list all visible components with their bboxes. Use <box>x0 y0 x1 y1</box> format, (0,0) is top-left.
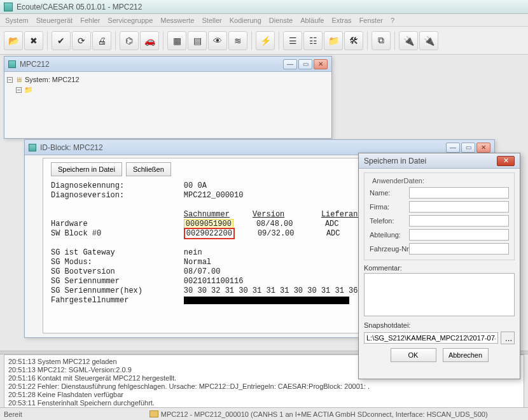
vin-redacted <box>184 297 349 304</box>
kommentar-section: Kommentar: <box>364 264 515 318</box>
folder-open-icon[interactable]: 📁 <box>324 31 343 50</box>
log-line: 20:51:28 Keine Flashdaten verfügbar <box>8 391 520 399</box>
grid1-icon[interactable]: ▦ <box>167 31 186 50</box>
flash-icon[interactable]: ⚡ <box>256 31 275 50</box>
user-data-group: AnwenderDaten: Name: Firma: Telefon: Abt… <box>364 172 515 260</box>
textarea-kommentar[interactable] <box>364 273 515 316</box>
log-line: 20:51:22 Fehler: Dienstausführung fehlge… <box>8 382 520 391</box>
network-icon[interactable]: ⧉ <box>372 31 391 50</box>
save-to-file-button[interactable]: Speichern in Datei <box>51 162 122 176</box>
group-legend: AnwenderDaten: <box>370 177 427 185</box>
menu-messwerte[interactable]: Messwerte <box>160 17 194 24</box>
tree-child[interactable]: − 📁 <box>16 85 329 95</box>
input-snapshot-path[interactable] <box>364 332 498 344</box>
input-fahrzeug[interactable] <box>409 243 509 255</box>
grid2-icon[interactable]: ▤ <box>188 31 207 50</box>
minimize-button[interactable]: — <box>446 143 460 153</box>
menubar: SystemSteuergerätFehlerServicegruppeMess… <box>0 14 528 27</box>
tree-root[interactable]: − 🖥 System: MPC212 <box>7 74 329 85</box>
maximize-button[interactable]: ▭ <box>298 59 312 69</box>
disconnect-icon[interactable]: ✖ <box>24 31 43 50</box>
folder-icon <box>149 410 158 417</box>
window-mpc212: MPC212 — ▭ ✕ − 🖥 System: MPC212 − 📁 <box>4 56 332 139</box>
ecu-tree[interactable]: − 🖥 System: MPC212 − 📁 <box>4 72 331 97</box>
toolbar-separator <box>115 31 116 50</box>
ok-button[interactable]: OK <box>391 348 436 362</box>
status-left: Bereit <box>4 410 22 418</box>
close-button[interactable]: ✕ <box>476 143 490 153</box>
tools-icon[interactable]: 🛠 <box>344 31 363 50</box>
plug-in-icon[interactable]: 🔌 <box>399 31 418 50</box>
label-kommentar: Kommentar: <box>364 264 515 272</box>
close-button[interactable]: ✕ <box>314 59 328 69</box>
plug-out-icon[interactable]: 🔌 <box>419 31 438 50</box>
collapse-icon[interactable]: − <box>16 87 22 93</box>
window-idblock-title: ID-Block: MPC212 <box>40 143 103 152</box>
label-snapshot: Snapshotdatei: <box>364 321 515 329</box>
dialog-titlebar[interactable]: Speichern in Datei ✕ <box>359 153 520 169</box>
menu-?[interactable]: ? <box>391 17 394 24</box>
print-icon[interactable]: 🖨 <box>92 31 111 50</box>
open-icon[interactable]: 📂 <box>4 31 23 50</box>
close-inner-button[interactable]: Schließen <box>126 162 171 176</box>
dialog-close-button[interactable]: ✕ <box>497 156 515 166</box>
dialog-save-to-file: Speichern in Datei ✕ AnwenderDaten: Name… <box>358 153 520 379</box>
toolbar-separator <box>279 31 279 50</box>
menu-dienste[interactable]: Dienste <box>269 17 293 24</box>
toolbar: 📂✖✔⟳🖨⌬🚗▦▤👁≋⚡☰☷📁🛠⧉🔌🔌 <box>0 27 528 55</box>
vediamo-icon <box>29 144 36 151</box>
label-name: Name: <box>370 189 409 197</box>
browse-button[interactable]: ... <box>501 332 515 344</box>
app-titlebar: Ecoute/CAESAR 05.01.01 - MPC212 <box>0 0 528 14</box>
maximize-button[interactable]: ▭ <box>461 143 475 153</box>
status-bar: Bereit MPC212 - MPC212_000010 (CANHS 1 a… <box>0 407 528 420</box>
collapse-icon[interactable]: − <box>7 77 13 83</box>
log-line: 20:53:11 Fensterinhalt Speichern durchge… <box>8 399 520 407</box>
list2-icon[interactable]: ☷ <box>303 31 323 50</box>
dialog-title: Speichern in Datei <box>364 157 426 165</box>
input-name[interactable] <box>409 187 509 199</box>
menu-abläufe[interactable]: Abläufe <box>300 17 324 24</box>
window-mpc212-title: MPC212 <box>20 60 50 69</box>
menu-system[interactable]: System <box>5 17 29 24</box>
refresh-icon[interactable]: ✔ <box>52 31 71 50</box>
label-fahrzeug: Fahrzeug-Nr <box>370 245 409 253</box>
window-mpc212-titlebar[interactable]: MPC212 — ▭ ✕ <box>4 57 331 72</box>
app-title: Ecoute/CAESAR 05.01.01 - MPC212 <box>17 3 142 11</box>
menu-kodierung[interactable]: Kodierung <box>230 17 261 24</box>
toolbar-separator <box>251 31 252 50</box>
cancel-button[interactable]: Abbrechen <box>443 348 489 362</box>
list1-icon[interactable]: ☰ <box>283 31 302 50</box>
car-icon[interactable]: 🚗 <box>140 31 159 50</box>
folder-icon: 📁 <box>24 86 33 94</box>
folder-icon: 🖥 <box>15 76 22 83</box>
toolbar-separator <box>47 31 48 50</box>
menu-steuergerät[interactable]: Steuergerät <box>36 17 73 24</box>
menu-fenster[interactable]: Fenster <box>359 17 383 24</box>
ecu-icon[interactable]: ⌬ <box>120 31 139 50</box>
label-abteilung: Abteilung: <box>370 231 409 239</box>
sw-sachnummer: 0029022200 <box>184 228 235 239</box>
vediamo-icon <box>8 60 16 68</box>
toolbar-separator <box>394 31 395 50</box>
signal-icon[interactable]: ≋ <box>228 31 247 50</box>
input-abteilung[interactable] <box>409 229 509 241</box>
status-center: MPC212 - MPC212_000010 (CANHS 1 an I+ME … <box>161 410 488 418</box>
eye-icon[interactable]: 👁 <box>208 31 227 50</box>
menu-extras[interactable]: Extras <box>331 17 351 24</box>
menu-fehler[interactable]: Fehler <box>80 17 100 24</box>
toolbar-separator <box>163 31 163 50</box>
input-firma[interactable] <box>409 201 509 213</box>
toolbar-separator <box>367 31 368 50</box>
menu-servicegruppe[interactable]: Servicegruppe <box>108 17 153 24</box>
app-icon <box>4 3 13 11</box>
workspace: MPC212 — ▭ ✕ − 🖥 System: MPC212 − 📁 ID-B… <box>0 55 528 351</box>
sync-icon[interactable]: ⟳ <box>72 31 91 50</box>
tree-root-label: System: MPC212 <box>25 76 80 83</box>
label-telefon: Telefon: <box>370 217 409 225</box>
menu-steller[interactable]: Steller <box>202 17 221 24</box>
minimize-button[interactable]: — <box>283 59 297 69</box>
label-firma: Firma: <box>370 203 409 211</box>
input-telefon[interactable] <box>409 215 509 227</box>
